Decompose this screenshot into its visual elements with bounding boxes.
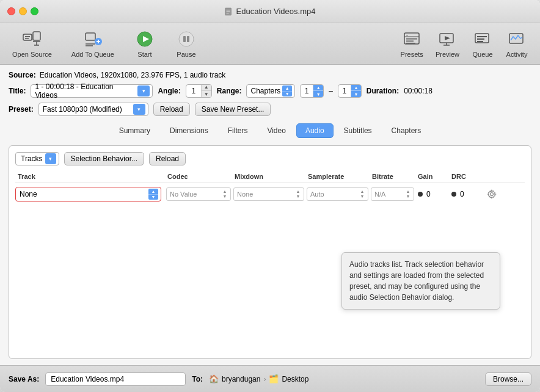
bitrate-down[interactable]: ▼ [404,194,412,199]
preset-row: Preset: Fast 1080p30 (Modified) ▾ Reload… [9,103,531,116]
save-as-input[interactable] [45,372,186,386]
mixdown-up[interactable]: ▲ [294,189,302,194]
tooltip-text: Audio tracks list. Track selection behav… [349,260,484,302]
samplerate-down[interactable]: ▼ [359,194,366,199]
tab-video[interactable]: Video [258,123,294,138]
presets-button[interactable]: Presets [396,27,428,60]
panel-toolbar: Tracks ▾ Selection Behavior... Reload [15,152,525,165]
bitrate-select[interactable]: N/A ▲ ▼ [371,187,414,201]
start-button[interactable]: Start [129,27,161,60]
settings-cell[interactable] [483,189,501,199]
track-up-arrow[interactable]: ▲ [148,189,158,195]
save-new-preset-button[interactable]: Save New Preset... [195,103,271,116]
range-type-select[interactable]: Chapters ▲ ▼ [246,84,295,98]
open-source-button[interactable]: Open Source [7,27,57,60]
window-title: Education Videos.mp4 [225,7,316,16]
save-as-label: Save As: [9,375,39,383]
tab-dimensions[interactable]: Dimensions [161,123,217,138]
tabs-bar: Summary Dimensions Filters Video Audio S… [9,121,531,140]
samplerate-up[interactable]: ▲ [359,189,366,194]
range-start-up[interactable]: ▲ [313,85,323,91]
preset-dropdown-arrow[interactable]: ▾ [133,104,145,115]
title-select[interactable]: 1 - 00:00:18 - Education Videos ▾ [31,84,153,98]
tab-subtitles[interactable]: Subtitles [335,123,381,138]
angle-down-arrow[interactable]: ▼ [202,91,211,98]
track-select-cell[interactable]: None ▲ ▼ [15,187,161,201]
bitrate-arrows[interactable]: ▲ ▼ [404,189,412,200]
mixdown-arrows[interactable]: ▲ ▼ [294,189,302,200]
duration-label: Duration: [367,87,399,95]
minimize-button[interactable] [19,7,27,15]
path-folder: Desktop [282,375,308,383]
reload-audio-button[interactable]: Reload [149,152,186,165]
preview-button[interactable]: Preview [431,27,464,60]
header-gain: Gain [415,173,449,180]
svg-rect-5 [25,36,30,37]
path-separator: › [263,375,266,383]
activity-button[interactable]: Activity [501,27,533,60]
codec-arrows[interactable]: ▲ ▼ [221,189,228,200]
path-user: bryandugan [222,375,260,383]
open-source-icon [21,29,43,49]
codec-select[interactable]: No Value ▲ ▼ [166,187,231,201]
svg-marker-31 [445,36,450,40]
range-type-value: Chapters [250,87,280,95]
range-end-down[interactable]: ▼ [351,91,361,97]
svg-rect-4 [23,34,32,40]
file-icon [225,7,233,16]
reload-preset-button[interactable]: Reload [153,103,190,116]
title-value: 1 - 00:00:18 - Education Videos [35,82,135,100]
queue-button[interactable]: Queue [467,27,498,60]
selection-behavior-button[interactable]: Selection Behavior... [64,152,144,165]
tracks-dropdown-arrow[interactable]: ▾ [45,153,56,164]
range-start-stepper[interactable]: 1 ▲ ▼ [300,84,324,98]
svg-rect-2 [227,11,230,12]
codec-down[interactable]: ▼ [221,194,228,199]
header-codec: Codec [165,173,232,180]
angle-up-arrow[interactable]: ▲ [202,84,211,91]
maximize-button[interactable] [31,7,38,15]
track-dropdown-arrows[interactable]: ▲ ▼ [148,189,158,200]
svg-rect-6 [25,38,29,39]
table-row: None ▲ ▼ No Value ▲ [15,183,525,205]
gain-dot [418,192,423,197]
codec-up[interactable]: ▲ [221,189,228,194]
range-end-stepper[interactable]: 1 ▲ ▼ [338,84,362,98]
toolbar: Open Source Add To Queue [0,23,540,65]
range-end-up[interactable]: ▲ [351,85,361,91]
range-type-arrows[interactable]: ▲ ▼ [282,85,292,96]
range-start-down[interactable]: ▼ [313,91,323,97]
queue-icon [472,29,494,49]
bitrate-up[interactable]: ▲ [404,189,412,194]
add-to-queue-button[interactable]: Add To Queue [67,27,119,60]
track-value: None [20,190,146,198]
range-type-up[interactable]: ▲ [282,85,292,92]
mixdown-down[interactable]: ▼ [294,194,302,199]
range-type-down[interactable]: ▼ [282,92,292,97]
range-start-arrows[interactable]: ▲ ▼ [313,85,323,97]
angle-stepper[interactable]: 1 ▲ ▼ [186,84,212,98]
pause-button[interactable]: Pause [170,27,202,60]
range-end-arrows[interactable]: ▲ ▼ [351,85,361,97]
header-drc: DRC [449,173,483,180]
tab-summary[interactable]: Summary [110,123,159,138]
angle-arrows[interactable]: ▲ ▼ [201,84,211,98]
samplerate-arrows[interactable]: ▲ ▼ [359,189,366,200]
tab-filters[interactable]: Filters [219,123,257,138]
range-label: Range: [217,87,242,95]
duration-value: 00:00:18 [404,87,432,95]
tab-audio[interactable]: Audio [296,123,334,138]
track-down-arrow[interactable]: ▼ [148,195,158,200]
close-button[interactable] [7,7,15,15]
content-area: Source: Education Videos, 1920x1080, 23.… [0,65,540,365]
preview-label: Preview [436,51,459,58]
codec-value: No Value [170,191,221,198]
tracks-select[interactable]: Tracks ▾ [15,152,59,165]
preset-select[interactable]: Fast 1080p30 (Modified) ▾ [38,103,148,116]
preview-icon [436,29,458,49]
mixdown-select[interactable]: None ▲ ▼ [233,187,304,201]
tab-chapters[interactable]: Chapters [382,123,431,138]
browse-button[interactable]: Browse... [485,372,531,386]
samplerate-select[interactable]: Auto ▲ ▼ [307,187,368,201]
title-dropdown-arrow[interactable]: ▾ [137,85,150,96]
